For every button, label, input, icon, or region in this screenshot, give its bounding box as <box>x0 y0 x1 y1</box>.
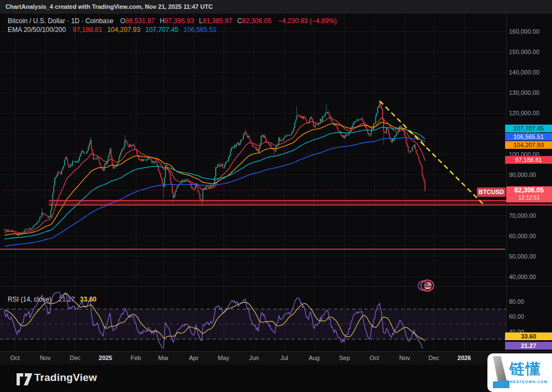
current-price-badge: 82,306.05 12:12:51 <box>506 186 552 202</box>
chart-canvas[interactable] <box>0 0 552 392</box>
support-zone-fill[interactable] <box>49 201 552 205</box>
ohlc-label: H <box>160 17 164 25</box>
ema-value: 106,565.51 <box>183 26 216 34</box>
ohlc-label: C <box>237 17 242 25</box>
bar-countdown: 12:12:51 <box>506 195 552 201</box>
downtrend-line[interactable] <box>380 101 485 205</box>
time-tick-label: Nov <box>40 355 51 361</box>
price-tick-label: 90,000.00 <box>509 171 536 178</box>
price-tick-label: 60,000.00 <box>509 233 536 239</box>
rsi-tick-label: 80.00 <box>509 298 524 305</box>
change-value: −4,230.83 (−4.89%) <box>278 17 337 25</box>
rsi-indicator-label[interactable]: RSI (14, close) <box>8 296 51 303</box>
price-tick-label: 50,000.00 <box>509 253 536 260</box>
window-title-bar: ChartAnalysis_4 created with TradingView… <box>0 0 552 14</box>
watermark-domain-text: NEATDOWN.COM <box>510 380 548 384</box>
time-tick-label: May <box>218 355 230 361</box>
time-tick-label: Oct <box>10 355 19 361</box>
ohlc-label: L <box>199 17 203 25</box>
ema-legend-row: EMA 20/50/100/200 97,188.81104,207.93107… <box>8 26 216 34</box>
rsi-value: 33.60 <box>80 296 97 303</box>
ohlc-value: 87,395.93 <box>164 17 194 25</box>
tradingview-logo-icon[interactable] <box>17 373 33 386</box>
ohlc-values: O86,531.87H87,395.93L81,385.97C82,306.05 <box>115 17 272 25</box>
candles-layer[interactable] <box>4 100 425 236</box>
ema-price-badge: 97,188.81 <box>505 156 552 164</box>
time-tick-label: Dec <box>428 355 439 361</box>
time-tick-label: 2026 <box>458 355 471 361</box>
ema-values: 97,188.81104,207.93107,707.45106,565.51 <box>68 26 217 34</box>
event-marker[interactable] <box>418 280 434 291</box>
ema-price-badge: 104,207.93 <box>505 141 552 149</box>
time-tick-label: Sep <box>339 355 350 361</box>
ohlc-value: 82,306.05 <box>242 17 271 25</box>
rsi-value-badge: 33.60 <box>505 332 552 340</box>
time-tick-label: Oct <box>369 355 379 361</box>
price-tick-label: 70,000.00 <box>509 212 536 219</box>
current-symbol-badge: BTCUSD <box>477 187 506 197</box>
rsi-tick-label: 60.00 <box>509 313 524 320</box>
current-price-value: 82,306.05 <box>506 186 552 195</box>
price-tick-label: 140,000.00 <box>509 69 539 76</box>
time-tick-label: Jun <box>249 355 259 361</box>
pane-divider[interactable] <box>0 286 552 287</box>
price-tick-label: 130,000.00 <box>509 89 539 96</box>
ema-value: 107,707.45 <box>145 26 178 34</box>
time-tick-label: Aug <box>309 355 320 361</box>
ema-price-badge: 106,565.51 <box>505 133 552 141</box>
symbol-title[interactable]: Bitcoin / U.S. Dollar · 1D · Coinbase <box>8 17 113 25</box>
ema-indicator-label[interactable]: EMA 20/50/100/200 <box>8 26 66 34</box>
ohlc-value: 86,531.87 <box>125 17 155 25</box>
price-axis-border <box>506 14 507 351</box>
time-tick-label: Apr <box>189 355 198 361</box>
price-tick-label: 40,000.00 <box>509 273 536 280</box>
rsi-value-badge: 21.27 <box>505 342 552 350</box>
neatdown-logo-icon <box>491 356 511 389</box>
price-tick-label: 120,000.00 <box>509 110 539 116</box>
time-tick-label: Dec <box>70 355 81 361</box>
time-tick-label: Jul <box>280 355 288 361</box>
time-tick-label: 2025 <box>99 355 112 361</box>
ema-value: 104,207.93 <box>107 26 140 34</box>
tradingview-chart-page: ChartAnalysis_4 created with TradingView… <box>0 0 552 392</box>
rsi-value: 21.27 <box>59 296 75 303</box>
ohlc-label: O <box>120 17 125 25</box>
ohlc-value: 81,385.97 <box>203 17 232 25</box>
watermark-card: 链懂 NEATDOWN.COM <box>487 353 552 392</box>
time-tick-label: Nov <box>399 355 410 361</box>
symbol-legend-row: Bitcoin / U.S. Dollar · 1D · Coinbase O8… <box>8 17 337 25</box>
time-tick-label: Mar <box>158 355 169 361</box>
rsi-values: 21.2733.60 <box>54 296 97 303</box>
ema-value: 97,188.81 <box>73 26 102 34</box>
tradingview-brand-text[interactable]: TradingView <box>34 372 97 384</box>
price-tick-label: 150,000.00 <box>509 49 539 55</box>
price-tick-label: 160,000.00 <box>509 28 539 35</box>
time-axis[interactable]: OctNovDec2025FebMarAprMayJunJulAugSepOct… <box>0 351 552 365</box>
current-symbol-text: BTCUSD <box>479 189 504 195</box>
watermark-cjk-text: 链懂 <box>509 359 542 379</box>
ema-price-badge: 107,707.45 <box>505 125 552 132</box>
time-tick-label: Feb <box>131 355 141 361</box>
rsi-legend-row: RSI (14, close) 21.2733.60 <box>8 296 97 303</box>
window-title: ChartAnalysis_4 created with TradingView… <box>6 3 213 10</box>
